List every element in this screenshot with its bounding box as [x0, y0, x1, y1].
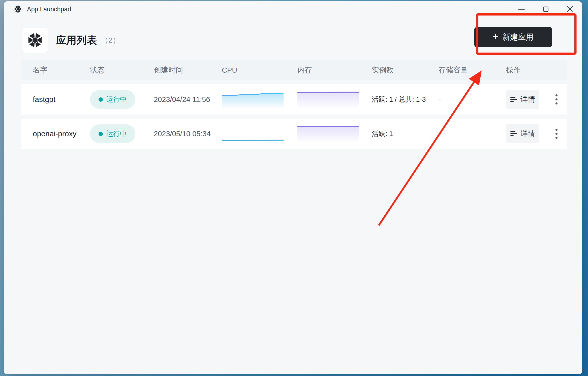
cpu-sparkline	[222, 90, 297, 109]
launchpad-gem-icon	[27, 32, 43, 48]
column-header-storage: 存储容量	[439, 65, 506, 75]
details-lines-icon	[510, 97, 517, 102]
app-count: （2）	[101, 35, 120, 45]
actions-cell: 详情	[506, 124, 567, 143]
actions-cell: 详情	[506, 90, 567, 109]
instance-count: 活跃: 1	[372, 129, 439, 138]
status-dot-icon	[99, 97, 103, 102]
status-badge: 运行中	[90, 90, 135, 109]
status-label: 运行中	[106, 95, 127, 104]
table-row: fastgpt 运行中 2023/04/24 11:56	[21, 84, 567, 115]
column-header-instances: 实例数	[372, 65, 439, 75]
page-title: 应用列表	[56, 33, 97, 47]
table-row: openai-proxy 运行中 2023/05/10 05:34	[21, 119, 567, 149]
details-button-label: 详情	[520, 129, 535, 139]
app-launchpad-window: App Launchpad	[4, 1, 582, 374]
status-badge: 运行中	[90, 124, 135, 143]
app-table: 名字 状态 创建时间 CPU 内存 实例数 存储容量 操作 fastgpt 运行…	[21, 60, 567, 149]
storage-capacity: -	[439, 130, 506, 138]
column-header-status: 状态	[90, 65, 154, 75]
app-name: fastgpt	[33, 95, 90, 104]
row-menu-button[interactable]	[553, 127, 560, 141]
app-name: openai-proxy	[33, 129, 90, 138]
minimize-button[interactable]	[516, 3, 527, 15]
window-controls	[516, 3, 576, 15]
cpu-sparkline	[222, 124, 297, 143]
close-button[interactable]	[564, 3, 576, 15]
titlebar: App Launchpad	[4, 1, 582, 17]
details-button-label: 详情	[520, 94, 535, 104]
column-header-name: 名字	[33, 65, 90, 75]
column-header-created: 创建时间	[154, 65, 222, 75]
created-time: 2023/04/24 11:56	[154, 95, 222, 104]
memory-sparkline	[297, 90, 372, 109]
instance-count: 活跃: 1 / 总共: 1-3	[372, 95, 439, 104]
details-button[interactable]: 详情	[506, 124, 539, 143]
maximize-icon	[543, 7, 548, 12]
maximize-button[interactable]	[540, 3, 551, 15]
window-title: App Launchpad	[27, 6, 71, 13]
close-icon	[567, 6, 573, 12]
app-logo-card	[22, 27, 48, 53]
minimize-icon	[518, 9, 525, 10]
details-lines-icon	[510, 131, 517, 136]
page-header: 应用列表 （2） + 新建应用	[22, 27, 567, 53]
new-app-button-label: 新建应用	[502, 32, 534, 42]
memory-sparkline	[297, 124, 372, 143]
table-header-row: 名字 状态 创建时间 CPU 内存 实例数 存储容量 操作	[21, 60, 567, 80]
row-menu-button[interactable]	[553, 92, 560, 106]
created-time: 2023/05/10 05:34	[154, 130, 222, 138]
status-label: 运行中	[106, 129, 127, 138]
plus-icon: +	[493, 32, 498, 41]
column-header-actions: 操作	[506, 65, 567, 75]
new-app-button[interactable]: + 新建应用	[474, 27, 552, 47]
column-header-cpu: CPU	[222, 66, 297, 74]
storage-capacity: -	[439, 96, 506, 103]
app-logo-icon	[14, 5, 22, 13]
details-button[interactable]: 详情	[506, 90, 539, 109]
desktop-wallpaper: App Launchpad	[0, 0, 588, 376]
column-header-memory: 内存	[297, 65, 372, 75]
status-dot-icon	[99, 132, 103, 136]
